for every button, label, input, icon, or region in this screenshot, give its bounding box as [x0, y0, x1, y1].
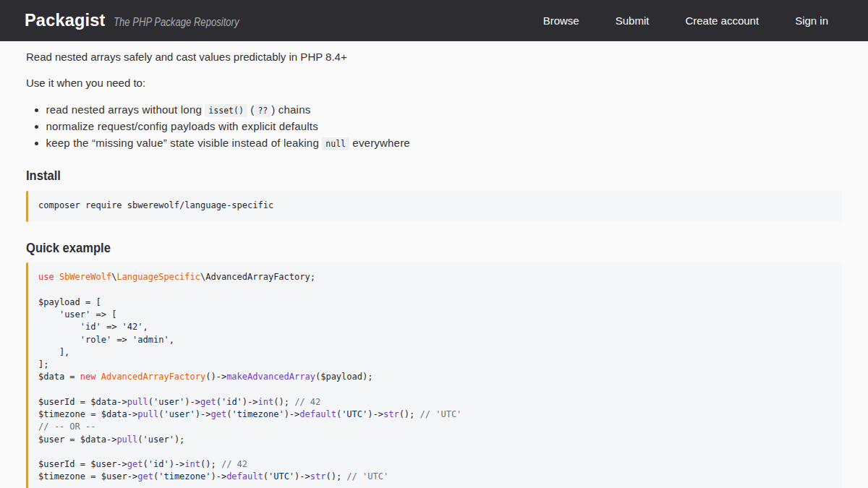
code-line: 'user' => [	[38, 309, 832, 321]
readme-content: Read nested arrays safely and cast value…	[26, 41, 842, 488]
code-line: use SbWereWolf\LanguageSpecific\Advanced…	[38, 271, 832, 283]
code-line: $userId = $user->get('id')->int(); // 42	[38, 458, 832, 471]
install-command: composer require sbwerewolf/language-spe…	[38, 200, 273, 210]
inline-code: isset()	[205, 104, 247, 117]
nav-item-create-account: Create account	[685, 14, 759, 27]
code-line: $data = new AdvancedArrayFactory()->make…	[38, 371, 832, 383]
quick-example-heading-text: Quick example	[26, 241, 111, 255]
code-line: $userId = $data->pull('user')->get('id')…	[38, 396, 832, 408]
code-line: 'role' => 'admin',	[38, 334, 832, 346]
code-line: ​	[38, 384, 832, 396]
nav-item-sign-in: Sign in	[795, 14, 828, 27]
code-line: $timezone = $user->get('timezone')->defa…	[38, 471, 832, 483]
code-line: ],	[38, 346, 832, 359]
code-line: // -- OR --	[38, 421, 832, 433]
code-line: $user = $data->pull('user');	[38, 434, 832, 446]
install-heading: Install	[26, 168, 842, 183]
feature-list: read nested arrays without long isset() …	[26, 101, 842, 152]
nav-item-browse: Browse	[543, 14, 579, 27]
code-line: ];	[38, 359, 832, 371]
code-line: 'id' => '42',	[38, 321, 832, 333]
nav-link-sign-in[interactable]: Sign in	[795, 14, 828, 27]
top-navbar: Packagist The PHP Package Repository Bro…	[0, 0, 868, 41]
install-code-block: composer require sbwerewolf/language-spe…	[26, 191, 842, 222]
code-line: $timezone = $data->pull('user')->get('ti…	[38, 408, 832, 421]
code-line: $payload = [	[38, 296, 832, 309]
feature-list-item: keep the “missing value” state visible i…	[46, 134, 843, 151]
quick-example-heading: Quick example	[26, 241, 842, 255]
code-line: ​	[38, 446, 832, 458]
nav-link-create-account[interactable]: Create account	[685, 14, 759, 27]
install-heading-text: Install	[26, 168, 61, 183]
nav-link-submit[interactable]: Submit	[616, 14, 650, 27]
feature-list-item: read nested arrays without long isset() …	[46, 101, 843, 118]
packagist-logo[interactable]: Packagist	[25, 11, 106, 30]
intro-paragraph: Read nested arrays safely and cast value…	[26, 48, 842, 65]
feature-list-item: normalize request/config payloads with e…	[46, 118, 843, 134]
code-line: ​	[38, 284, 832, 296]
brand-group: Packagist The PHP Package Repository	[26, 11, 263, 30]
example-code-block: use SbWereWolf\LanguageSpecific\Advanced…	[26, 262, 842, 488]
nav-link-browse[interactable]: Browse	[543, 14, 579, 27]
inline-code: ??	[254, 104, 271, 117]
inline-code: null	[322, 137, 349, 150]
site-tagline: The PHP Package Repository	[114, 16, 239, 29]
main-nav: Browse Submit Create account Sign in	[543, 14, 842, 27]
nav-item-submit: Submit	[616, 14, 650, 27]
use-when-paragraph: Use it when you need to:	[26, 74, 842, 91]
